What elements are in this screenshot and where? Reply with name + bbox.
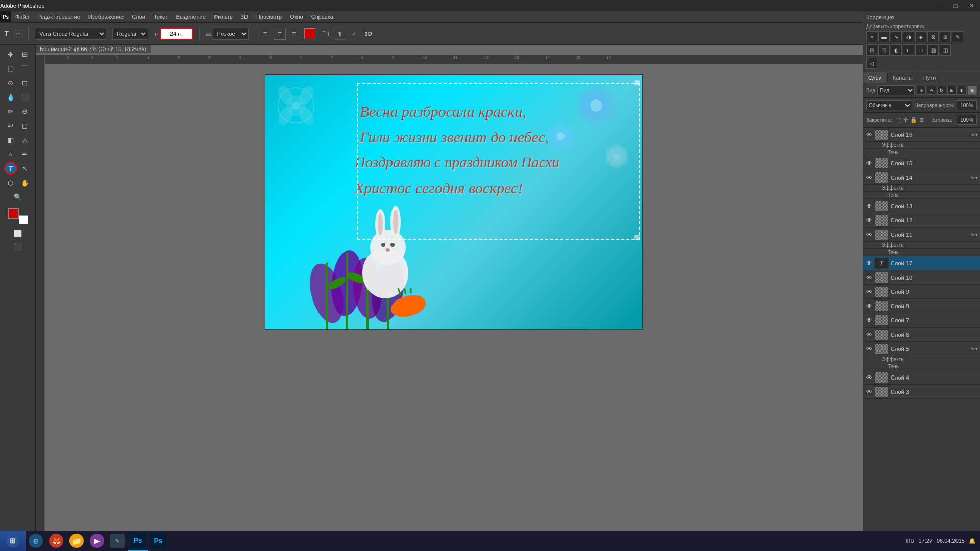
taskbar-photoshop[interactable]: Ps (128, 531, 148, 551)
layer-vis-14[interactable]: 👁 (865, 173, 873, 182)
text-color-swatch[interactable] (304, 28, 315, 39)
warp-text-button[interactable]: ⌒T (320, 28, 332, 40)
move-tool[interactable]: ✥ (4, 47, 17, 61)
vibrance-icon[interactable]: ◈ (915, 31, 926, 42)
layer-item-15[interactable]: 👁 Слой 15 (863, 156, 980, 170)
filter-mode-icon[interactable]: ⊞ (947, 86, 957, 95)
3d-mode-button[interactable]: 3D (362, 28, 375, 40)
layer-vis-9[interactable]: 👁 (865, 288, 873, 296)
posterize-icon[interactable]: ⊏ (903, 44, 914, 56)
taskbar-explorer[interactable]: 📁 (66, 531, 87, 551)
layer-item-3[interactable]: 👁 Слой 3 (863, 385, 980, 399)
lock-pixels-icon[interactable]: ⬚ (896, 117, 901, 123)
maximize-button[interactable]: □ (947, 0, 964, 11)
layer-item-4[interactable]: 👁 Слой 4 (863, 370, 980, 385)
anti-alias-select[interactable]: Резкое (213, 28, 249, 40)
invert-icon[interactable]: ◐ (891, 44, 902, 56)
hsl-icon[interactable]: ⊠ (927, 31, 939, 42)
layer-vis-4[interactable]: 👁 (865, 373, 873, 382)
layer-vis-13[interactable]: 👁 (865, 202, 873, 210)
taskbar-firefox[interactable]: 🦊 (46, 531, 66, 551)
dodge-tool[interactable]: ○ (4, 147, 17, 161)
layer-item-7[interactable]: 👁 Слой 7 (863, 313, 980, 328)
layer-vis-3[interactable]: 👁 (865, 388, 873, 396)
screen-mode-button[interactable]: ⬛ (11, 240, 24, 253)
layer-item-16[interactable]: 👁 Слой 16 fx ▾ (863, 128, 980, 142)
threshold-icon[interactable]: ⊐ (915, 44, 926, 56)
layer-item-17[interactable]: 👁 T Слой 17 (863, 256, 980, 270)
path-select-tool[interactable]: ↖ (18, 162, 32, 175)
menu-help[interactable]: Справка (307, 11, 337, 22)
eraser-tool[interactable]: ◻ (18, 119, 32, 132)
close-button[interactable]: ✕ (964, 0, 980, 11)
layer-vis-17[interactable]: 👁 (865, 259, 873, 267)
menu-select[interactable]: Выделение (172, 11, 210, 22)
taskbar-ie[interactable]: e (26, 531, 46, 551)
taskbar-photoshop2[interactable]: Ps (148, 531, 168, 551)
blur-tool[interactable]: △ (18, 133, 32, 146)
start-button[interactable]: ⊞ (0, 531, 26, 551)
blend-mode-select[interactable]: Обычные (866, 100, 912, 110)
brush-tool[interactable]: ✏ (4, 105, 17, 118)
resize-handle-tr[interactable] (634, 80, 640, 85)
layer-vis-5[interactable]: 👁 (865, 345, 873, 353)
font-size-input[interactable] (160, 28, 193, 40)
resize-handle-br[interactable] (634, 235, 640, 240)
channelmix-icon[interactable]: ⊟ (866, 44, 877, 56)
tab-paths[interactable]: Пути (918, 72, 942, 83)
levels-icon[interactable]: ▬ (878, 31, 890, 42)
patch-tool[interactable]: ⬛ (18, 90, 32, 104)
marquee-tool[interactable]: ⬚ (4, 62, 17, 75)
lock-position-icon[interactable]: ✛ (903, 117, 908, 123)
tab-channels[interactable]: Каналы (888, 72, 918, 83)
align-left-button[interactable]: ≡ (259, 28, 272, 40)
character-panel-button[interactable]: ¶ (334, 28, 346, 40)
menu-file[interactable]: Файл (11, 11, 33, 22)
layer-vis-16[interactable]: 👁 (865, 131, 873, 139)
align-right-button[interactable]: ≡ (288, 28, 300, 40)
filter-effect-icon[interactable]: fx (937, 86, 946, 95)
photofilter-icon[interactable]: ✎ (952, 31, 963, 42)
layer-item-14[interactable]: 👁 Слой 14 fx ▾ (863, 170, 980, 185)
tab-layers[interactable]: Слои (863, 72, 888, 83)
curves-icon[interactable]: ∿ (891, 31, 902, 42)
align-center-button[interactable]: ≡ (274, 28, 286, 40)
colorlookup-icon[interactable]: ⊡ (878, 44, 890, 56)
layer-item-5[interactable]: 👁 Слой 5 fx ▾ (863, 342, 980, 356)
layer-vis-6[interactable]: 👁 (865, 331, 873, 339)
layers-list[interactable]: 👁 Слой 16 fx ▾ Эффекты Тень 👁 Слой 15 👁 … (863, 128, 980, 537)
menu-view[interactable]: Просмотр (252, 11, 286, 22)
layer-item-13[interactable]: 👁 Слой 13 (863, 199, 980, 213)
exposure-icon[interactable]: ◑ (903, 31, 914, 42)
layer-vis-10[interactable]: 👁 (865, 273, 873, 282)
filter-name-icon[interactable]: A (927, 86, 936, 95)
menu-window[interactable]: Окно (286, 11, 307, 22)
lock-art-icon[interactable]: ⊞ (919, 117, 924, 123)
layer-item-9[interactable]: 👁 Слой 9 (863, 285, 980, 299)
notifications-icon[interactable]: 🔔 (969, 538, 976, 544)
selective-color-icon[interactable]: ◫ (940, 44, 951, 56)
menu-filter[interactable]: Фильтр (210, 11, 237, 22)
colorbalance-icon[interactable]: ⊞ (940, 31, 951, 42)
taskbar-wacom[interactable]: ✎ (107, 531, 128, 551)
lock-all-icon[interactable]: 🔒 (910, 117, 917, 123)
menu-text[interactable]: Текст (150, 11, 172, 22)
layer-vis-7[interactable]: 👁 (865, 316, 873, 324)
clone-tool[interactable]: ⊕ (18, 105, 32, 118)
artboard-tool[interactable]: ⊞ (18, 47, 32, 61)
minimize-button[interactable]: ─ (931, 0, 947, 11)
gradient-map-icon[interactable]: ▥ (927, 44, 939, 56)
menu-edit[interactable]: Редактирование (33, 11, 84, 22)
quick-select-tool[interactable]: ⊙ (4, 76, 17, 89)
gradient-tool[interactable]: ◧ (4, 133, 17, 146)
layer-filter-select[interactable]: Вид (877, 85, 915, 95)
layer-vis-12[interactable]: 👁 (865, 216, 873, 224)
layer-item-8[interactable]: 👁 Слой 8 (863, 299, 980, 313)
taskbar-mediaplayer[interactable]: ▶ (87, 531, 107, 551)
layer-vis-8[interactable]: 👁 (865, 302, 873, 310)
layer-item-6[interactable]: 👁 Слой 6 (863, 328, 980, 342)
text-tool[interactable]: T (4, 162, 17, 175)
correction-back[interactable]: ◁ (866, 58, 877, 69)
brightness-icon[interactable]: ☀ (866, 31, 877, 42)
layer-vis-15[interactable]: 👁 (865, 159, 873, 167)
